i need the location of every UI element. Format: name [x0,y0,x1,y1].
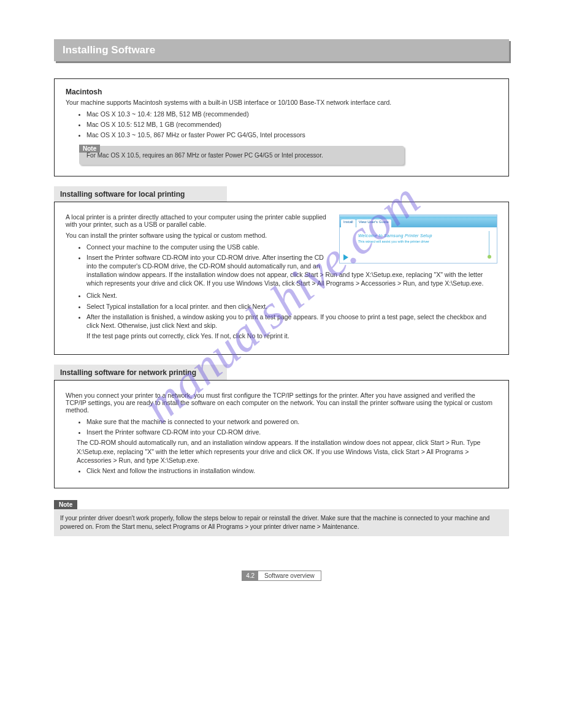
final-note-label: Note [54,500,77,509]
list-item: Mac OS X 10.5: 512 MB, 1 GB (recommended… [86,120,497,129]
play-icon [343,254,348,260]
note-label: Note [79,145,100,153]
final-note: Note If your printer driver doesn't work… [54,498,509,536]
page-title: Installing Software [54,39,509,61]
ss-subtitle: This wizard will assist you with the pri… [358,240,429,243]
network-install-card: When you connect your printer to a netwo… [54,380,509,488]
list-item: Click Next and follow the instructions i… [86,466,497,475]
local-p2: If the test page prints out correctly, c… [86,332,497,339]
list-item: Mac OS X 10.3 ~ 10.5, 867 MHz or faster … [86,131,497,139]
network-intro: When you connect your printer to a netwo… [66,392,497,414]
note-body: For Mac OS X 10.5, requires an 867 MHz o… [79,146,404,165]
list-item: Select Typical installation for a local … [86,302,497,311]
ss-tab-guide: View User's Guide [356,219,391,227]
list-item: After the installation is finished, a wi… [86,313,497,330]
local-steps-2: Click Next. Select Typical installation … [86,291,497,330]
list-item: Mac OS X 10.3 ~ 10.4: 128 MB, 512 MB (re… [86,110,497,118]
section-name: Software overview [258,571,321,580]
list-item: Make sure that the machine is connected … [86,417,497,426]
mac-requirements-card: Macintosh Your machine supports Macintos… [54,78,509,176]
local-install-card: Install View User's Guide Welcome to Sam… [54,202,509,355]
mac-lead: Your machine supports Macintosh systems … [66,99,497,106]
section-heading-local: Installing software for local printing [54,186,227,202]
page-footer: 4.2 Software overview [54,571,509,581]
section-heading-network: Installing software for network printing [54,365,227,381]
page-number: 4.2 [242,571,258,580]
ss-tab-install: Install [341,219,356,227]
network-steps: Make sure that the machine is connected … [86,417,497,475]
list-item: The CD-ROM should automatically run, and… [77,438,497,464]
mac-note: Note For Mac OS X 10.5, requires an 867 … [79,146,404,165]
mac-bullets: Mac OS X 10.3 ~ 10.4: 128 MB, 512 MB (re… [86,110,497,140]
list-item: Click Next. [86,291,497,300]
installer-screenshot: Install View User's Guide Welcome to Sam… [339,214,497,264]
list-item: Insert the Printer software CD-ROM into … [86,428,497,436]
scrollbar-icon [489,231,489,257]
mac-heading: Macintosh [66,88,497,96]
ss-title: Welcome to Samsung Printer Setup [358,233,432,238]
final-note-body: If your printer driver doesn't work prop… [54,509,509,536]
